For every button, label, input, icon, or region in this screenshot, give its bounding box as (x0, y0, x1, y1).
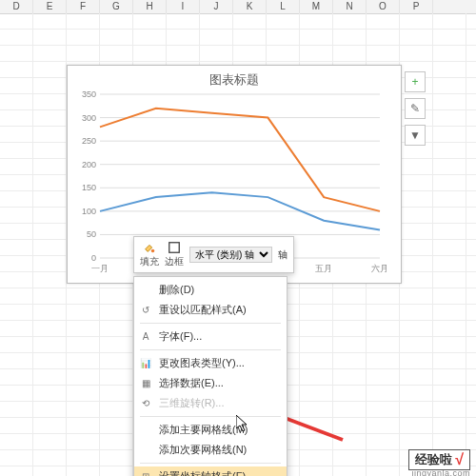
svg-text:一月: 一月 (91, 264, 109, 273)
svg-text:300: 300 (82, 113, 96, 123)
col-header-P[interactable]: P (400, 0, 433, 13)
context-menu: 删除(D) ↺重设以匹配样式(A) A字体(F)... 📊更改图表类型(Y)..… (133, 276, 288, 476)
col-header-M[interactable]: M (300, 0, 333, 13)
check-icon: √ (455, 451, 464, 468)
menu-font[interactable]: A字体(F)... (134, 327, 287, 347)
svg-text:150: 150 (82, 183, 96, 192)
col-header-F[interactable]: F (67, 0, 100, 13)
col-header-E[interactable]: E (33, 0, 67, 13)
col-header-O[interactable]: O (367, 0, 400, 13)
col-header-I[interactable]: I (167, 0, 200, 13)
select-data-icon: ▦ (139, 377, 152, 390)
svg-text:100: 100 (82, 207, 96, 216)
chart-plot[interactable]: 050100150200250300350一月二月三月四月五月六月 (100, 94, 380, 258)
menu-reset-style[interactable]: ↺重设以匹配样式(A) (134, 300, 287, 320)
col-header-K[interactable]: K (233, 0, 267, 13)
menu-format-axis[interactable]: ⊞设置坐标轴格式(F)... (134, 466, 287, 476)
svg-text:200: 200 (82, 160, 96, 169)
svg-text:250: 250 (82, 136, 96, 146)
svg-point-22 (151, 249, 155, 253)
svg-text:350: 350 (82, 89, 96, 99)
col-header-J[interactable]: J (200, 0, 233, 13)
reset-icon: ↺ (139, 304, 152, 317)
menu-delete[interactable]: 删除(D) (134, 280, 287, 300)
chart-styles-button[interactable]: ✎ (405, 98, 426, 119)
axis-selector[interactable]: 水平 (类别) 轴 (189, 247, 272, 263)
font-icon: A (139, 330, 152, 344)
col-header-G[interactable]: G (100, 0, 133, 13)
axis-label-suffix: 轴 (278, 248, 288, 262)
menu-select-data[interactable]: ▦选择数据(E)... (134, 373, 287, 393)
watermark: 经验啦 √ (408, 449, 470, 470)
svg-text:50: 50 (87, 229, 96, 239)
menu-add-minor-gridlines[interactable]: 添加次要网格线(N) (134, 440, 287, 460)
svg-text:0: 0 (91, 253, 96, 263)
svg-rect-23 (169, 243, 180, 253)
watermark-brand: 经验啦 (415, 451, 452, 468)
col-header-N[interactable]: N (333, 0, 367, 13)
menu-change-chart-type[interactable]: 📊更改图表类型(Y)... (134, 353, 287, 373)
chart-title[interactable]: 图表标题 (68, 71, 401, 89)
menu-add-major-gridlines[interactable]: 添加主要网格线(M) (134, 420, 287, 440)
col-header-D[interactable]: D (0, 0, 33, 13)
col-header-H[interactable]: H (133, 0, 167, 13)
chart-type-icon: 📊 (139, 357, 152, 370)
chart-filters-button[interactable]: ▼ (405, 125, 426, 146)
format-axis-icon: ⊞ (139, 470, 152, 477)
chart-elements-button[interactable]: + (405, 71, 426, 92)
outline-button[interactable]: 边框 (165, 241, 184, 268)
mini-toolbar: 填充 边框 水平 (类别) 轴 轴 (133, 236, 294, 273)
fill-button[interactable]: 填充 (140, 241, 159, 268)
column-headers: DEFGHIJKLMNOP (0, 0, 476, 14)
menu-3d-rotation: ⟲三维旋转(R)... (134, 393, 287, 413)
col-header-L[interactable]: L (267, 0, 300, 13)
svg-text:六月: 六月 (371, 264, 388, 273)
svg-text:五月: 五月 (315, 264, 332, 273)
rotate-icon: ⟲ (139, 397, 152, 410)
cursor-icon (236, 415, 251, 434)
